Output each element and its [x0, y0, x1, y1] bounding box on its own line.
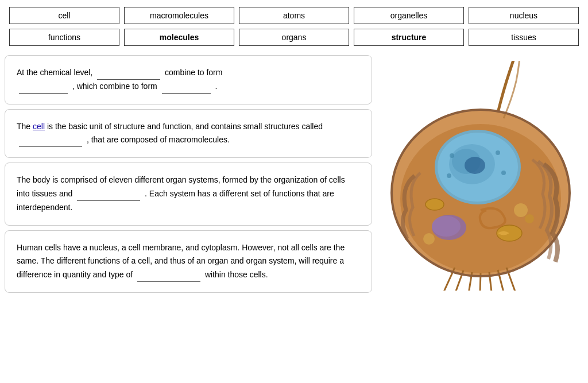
card1-blank2[interactable]	[19, 83, 68, 94]
card2-blank1[interactable]	[19, 137, 82, 147]
word-bank: cellmacromoleculesatomsorganellesnucleus…	[0, 0, 588, 53]
word-tile-organs[interactable]: organs	[239, 29, 349, 46]
word-tile-functions[interactable]: functions	[9, 29, 119, 46]
word-tile-atoms[interactable]: atoms	[239, 7, 349, 24]
card1-blank1[interactable]	[97, 69, 160, 80]
word-tile-tissues[interactable]: tissues	[469, 29, 579, 46]
cell-link[interactable]: cell	[33, 122, 45, 131]
cell-svg	[383, 61, 578, 291]
svg-point-14	[496, 150, 500, 155]
card2-text1: The	[17, 122, 33, 131]
word-tile-organelles[interactable]: organelles	[354, 7, 464, 24]
card-4: Human cells have a nucleus, a cell membr…	[5, 230, 372, 293]
right-column	[378, 55, 583, 293]
card4-text2: within those cells.	[203, 270, 268, 279]
card-1: At the chemical level, combine to form ,…	[5, 55, 372, 105]
word-tile-nucleus[interactable]: nucleus	[469, 7, 579, 24]
left-column: At the chemical level, combine to form ,…	[5, 55, 372, 293]
svg-point-21	[425, 199, 444, 210]
svg-point-19	[432, 216, 461, 237]
svg-point-16	[447, 173, 451, 178]
word-tile-structure[interactable]: structure	[354, 29, 464, 46]
svg-point-22	[514, 203, 528, 217]
main-content: At the chemical level, combine to form ,…	[0, 53, 588, 295]
card1-blank3[interactable]	[162, 83, 211, 94]
card4-blank1[interactable]	[137, 272, 200, 282]
svg-point-13	[450, 153, 454, 158]
card3-blank1[interactable]	[77, 191, 140, 201]
svg-point-15	[501, 171, 506, 175]
card1-period: .	[213, 82, 218, 91]
card-2: The cell is the basic unit of structure …	[5, 109, 372, 158]
svg-point-24	[423, 233, 435, 245]
card2-text2: is the basic unit of structure and funct…	[45, 122, 323, 131]
word-tile-cell[interactable]: cell	[9, 7, 119, 24]
card-3: The body is comprised of eleven differen…	[5, 163, 372, 225]
cell-illustration	[383, 61, 578, 291]
card2-text3: , that are composed of macromolecules.	[84, 135, 230, 144]
svg-point-17	[465, 157, 485, 174]
card1-text2: combine to form	[163, 68, 222, 77]
word-tile-macromolecules[interactable]: macromolecules	[124, 7, 234, 24]
card1-text1: At the chemical level,	[17, 68, 95, 77]
svg-point-23	[525, 214, 534, 223]
word-tile-molecules[interactable]: molecules	[124, 29, 234, 46]
card1-text3: , which combine to form	[70, 82, 160, 91]
